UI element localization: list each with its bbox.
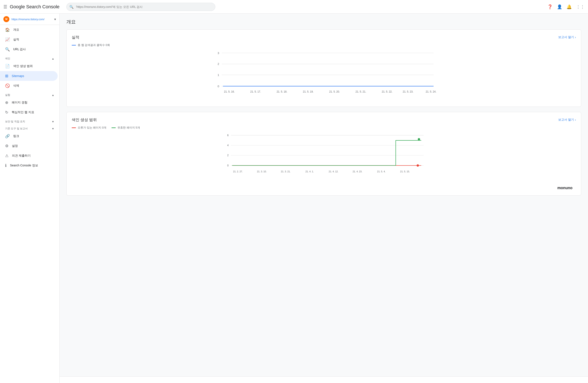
chevron-right-icon: › <box>575 36 576 39</box>
svg-text:21. 5. 18.: 21. 5. 18. <box>276 90 287 93</box>
performance-report-link[interactable]: 보고서 열기 › <box>558 35 576 39</box>
index-coverage-report-link-label: 보고서 열기 <box>558 118 574 122</box>
search-bar-container: 🔍 <box>66 3 215 11</box>
svg-text:0: 0 <box>218 85 219 88</box>
section-security-label: 보안 및 직접 조치 <box>5 120 25 123</box>
sidebar-item-page-experience[interactable]: ⊕ 페이지 경험 <box>0 98 58 107</box>
section-index-label: 색인 <box>5 57 10 61</box>
section-legacy-header[interactable]: 기존 도구 및 보고서 ▼ <box>0 124 59 131</box>
performance-card-title: 실적 <box>72 35 79 40</box>
svg-text:21. 5. 20.: 21. 5. 20. <box>329 90 340 93</box>
performance-legend-line-clicks <box>72 45 76 45</box>
sidebar: M https://monuno.tistory.com/ ▾ 🏠 개요 📈 실… <box>0 14 60 383</box>
section-index-collapse-icon: ▲ <box>52 57 54 60</box>
topbar-right: ❓ 👤 🔔 ⋮⋮ <box>547 4 585 9</box>
settings-icon: ⚙ <box>5 144 8 148</box>
section-experiment-label: 실험 <box>5 93 10 97</box>
info-icon: ℹ <box>5 163 7 168</box>
index-coverage-legend-line-error <box>72 128 76 128</box>
index-coverage-legend-label-valid: 유효한 페이지 5개 <box>117 126 140 129</box>
sidebar-item-home-label: 개요 <box>13 28 19 32</box>
watermark: monuno <box>72 184 576 190</box>
section-legacy-label: 기존 도구 및 보고서 <box>5 127 28 130</box>
sidebar-item-sitemaps[interactable]: ⊞ Sitemaps <box>0 71 58 81</box>
index-coverage-card-header: 색인 생성 범위 보고서 열기 › <box>72 117 576 122</box>
sidebar-item-feedback[interactable]: ⚠ 의견 제출하기 <box>0 151 58 161</box>
feedback-icon: ⚠ <box>5 153 8 158</box>
svg-text:21. 5. 17.: 21. 5. 17. <box>250 90 261 93</box>
svg-text:21. 3. 10.: 21. 3. 10. <box>257 170 267 173</box>
performance-icon: 📈 <box>5 37 10 42</box>
topbar-left: ☰ Google Search Console <box>3 4 63 10</box>
index-coverage-card-title: 색인 생성 범위 <box>72 117 97 122</box>
performance-legend-item-clicks: 총 웹 검색결과 클릭수 0회 <box>72 43 110 47</box>
sidebar-item-url-inspect-label: URL 검사 <box>13 47 26 51</box>
performance-card: 실적 보고서 열기 › 총 웹 검색결과 클릭수 0회 3 2 1 <box>66 29 581 107</box>
section-experiment-header[interactable]: 실험 ▲ <box>0 91 59 98</box>
sidebar-item-performance[interactable]: 📈 실적 <box>0 35 58 44</box>
search-wrapper: 🔍 <box>66 3 215 11</box>
svg-text:21. 4. 23.: 21. 4. 23. <box>353 170 362 173</box>
svg-text:21. 5. 21.: 21. 5. 21. <box>356 90 366 93</box>
search-icon: 🔍 <box>69 5 74 9</box>
performance-legend: 총 웹 검색결과 클릭수 0회 <box>72 43 576 47</box>
hamburger-icon[interactable]: ☰ <box>3 4 7 9</box>
svg-text:2: 2 <box>227 154 229 157</box>
performance-report-link-label: 보고서 열기 <box>558 35 574 39</box>
sidebar-item-page-experience-label: 페이지 경험 <box>12 101 27 105</box>
url-inspect-icon: 🔍 <box>5 47 10 52</box>
section-index-header[interactable]: 색인 ▲ <box>0 54 59 61</box>
apps-icon[interactable]: ⋮⋮ <box>576 4 585 9</box>
svg-text:1: 1 <box>218 73 219 77</box>
svg-text:21. 5. 23.: 21. 5. 23. <box>403 90 413 93</box>
section-experiment-collapse-icon: ▲ <box>52 94 54 97</box>
site-favicon: M <box>3 16 9 22</box>
index-coverage-legend: 오류가 있는 페이지 0개 유효한 페이지 5개 <box>72 126 576 129</box>
sidebar-item-links[interactable]: 🔗 링크 <box>0 131 58 141</box>
index-coverage-icon: 📄 <box>5 64 10 68</box>
page-title: 개요 <box>66 19 581 25</box>
sidebar-item-sitemaps-label: Sitemaps <box>12 74 24 78</box>
app-title: Google Search Console <box>10 4 60 10</box>
page-experience-icon: ⊕ <box>5 100 8 105</box>
svg-text:6: 6 <box>227 134 229 137</box>
sidebar-item-info-label: Search Console 정보 <box>10 164 38 168</box>
sidebar-item-core-web-vitals[interactable]: ↻ 핵심적인 웹 지표 <box>0 107 58 117</box>
svg-text:21. 2. 27.: 21. 2. 27. <box>233 170 243 173</box>
index-coverage-legend-label-error: 오류가 있는 페이지 0개 <box>78 126 106 129</box>
performance-chart-svg: 3 2 1 0 21. 5. 16. 21. 5. 17. 21. 5. 18.… <box>72 50 576 102</box>
sidebar-item-core-web-vitals-label: 핵심적인 웹 지표 <box>12 110 34 114</box>
removals-icon: 🚫 <box>5 84 10 88</box>
account-icon[interactable]: 👤 <box>557 4 562 9</box>
help-icon[interactable]: ❓ <box>547 4 553 9</box>
index-coverage-report-link[interactable]: 보고서 열기 › <box>558 118 576 122</box>
svg-text:21. 4. 1.: 21. 4. 1. <box>305 170 314 173</box>
links-icon: 🔗 <box>5 134 10 139</box>
search-input[interactable] <box>66 3 215 11</box>
sitemaps-icon: ⊞ <box>5 74 8 78</box>
index-coverage-legend-item-valid: 유효한 페이지 5개 <box>111 126 140 129</box>
svg-text:2: 2 <box>218 62 219 65</box>
svg-text:21. 5. 22.: 21. 5. 22. <box>382 90 393 93</box>
topbar: ☰ Google Search Console 🔍 ❓ 👤 🔔 ⋮⋮ <box>0 0 588 14</box>
sidebar-item-info[interactable]: ℹ Search Console 정보 <box>0 161 58 170</box>
index-coverage-legend-line-valid <box>111 128 116 128</box>
sidebar-item-home[interactable]: 🏠 개요 <box>0 25 58 35</box>
sidebar-item-url-inspect[interactable]: 🔍 URL 검사 <box>0 44 58 54</box>
index-coverage-chart: 6 4 2 0 21. 2. 27. 21. 3. 10. 21. 3. 21.… <box>72 133 576 184</box>
svg-text:3: 3 <box>218 51 219 55</box>
section-security-header[interactable]: 보안 및 직접 조치 ▼ <box>0 117 59 124</box>
bell-icon[interactable]: 🔔 <box>567 4 572 9</box>
svg-text:21. 5. 19.: 21. 5. 19. <box>303 90 314 93</box>
sidebar-item-index-coverage-label: 색인 생성 범위 <box>13 64 33 68</box>
site-selector[interactable]: M https://monuno.tistory.com/ ▾ <box>0 14 59 25</box>
performance-card-header: 실적 보고서 열기 › <box>72 35 576 40</box>
svg-point-36 <box>418 138 420 140</box>
sidebar-item-removals[interactable]: 🚫 삭제 <box>0 81 58 91</box>
svg-text:21. 5. 16.: 21. 5. 16. <box>224 90 235 93</box>
sidebar-item-settings[interactable]: ⚙ 설정 <box>0 141 58 151</box>
sidebar-item-index-coverage[interactable]: 📄 색인 생성 범위 <box>0 61 58 71</box>
sidebar-item-performance-label: 실적 <box>13 38 19 42</box>
svg-text:21. 5. 15.: 21. 5. 15. <box>400 170 410 173</box>
index-coverage-legend-item-error: 오류가 있는 페이지 0개 <box>72 126 106 129</box>
